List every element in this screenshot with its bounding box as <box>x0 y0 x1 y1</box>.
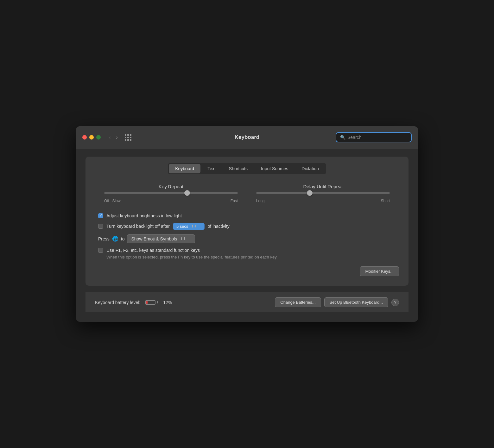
delay-repeat-track[interactable] <box>256 192 390 194</box>
backlight-select-chevron: ⬆⬇ <box>191 224 197 228</box>
delay-repeat-slider-group: Delay Until Repeat Long Short <box>256 184 390 203</box>
fn-keys-block: Use F1, F2, etc. keys as standard functi… <box>98 248 399 260</box>
modifier-keys-button[interactable]: Modifier Keys... <box>360 266 399 276</box>
emoji-select[interactable]: Show Emoji & Symbols ⬆⬇ <box>127 234 195 243</box>
nav-arrows: ‹ › <box>107 133 120 142</box>
tab-dictation[interactable]: Dictation <box>295 164 325 173</box>
globe-icon: 🌐 <box>112 236 118 242</box>
key-repeat-label: Key Repeat <box>159 184 183 189</box>
tab-bar: Keyboard Text Shortcuts Input Sources Di… <box>168 163 326 174</box>
help-button[interactable]: ? <box>391 299 399 306</box>
grid-dot <box>127 137 129 138</box>
key-repeat-label-fast: Fast <box>231 199 238 203</box>
press-row: Press 🌐 to Show Emoji & Symbols ⬆⬇ <box>98 234 399 243</box>
key-repeat-track[interactable] <box>104 192 238 194</box>
fn-keys-description: When this option is selected, press the … <box>106 254 399 260</box>
settings-section: Adjust keyboard brightness in low light … <box>95 213 399 260</box>
key-repeat-label-slow: Slow <box>112 199 231 203</box>
delay-repeat-label: Delay Until Repeat <box>303 184 343 189</box>
fn-keys-row: Use F1, F2, etc. keys as standard functi… <box>98 248 399 253</box>
window-title: Keyboard <box>235 134 259 140</box>
backlight-select[interactable]: 5 secs ⬆⬇ <box>173 223 205 230</box>
forward-button[interactable]: › <box>114 133 120 142</box>
content-area: Keyboard Text Shortcuts Input Sources Di… <box>76 149 418 322</box>
key-repeat-slider-group: Key Repeat Off Slow Fast <box>104 184 238 203</box>
bottom-actions: Change Batteries... Set Up Bluetooth Key… <box>275 297 399 307</box>
battery-label: Keyboard battery level: <box>95 300 140 305</box>
tab-keyboard[interactable]: Keyboard <box>169 164 200 173</box>
bottom-bar: Keyboard battery level: 12% Change Batte… <box>86 292 408 312</box>
backlight-row: Turn keyboard backlight off after 5 secs… <box>98 223 399 230</box>
modifier-btn-container: Modifier Keys... <box>95 266 399 276</box>
delay-repeat-thumb[interactable] <box>307 190 313 196</box>
key-repeat-thumb[interactable] <box>184 190 190 196</box>
brightness-label: Adjust keyboard brightness in low light <box>106 213 182 218</box>
battery-fill <box>146 301 148 304</box>
setup-bluetooth-button[interactable]: Set Up Bluetooth Keyboard... <box>324 297 388 307</box>
grid-dot <box>130 134 131 136</box>
backlight-checkbox[interactable] <box>98 224 103 229</box>
battery-body <box>145 300 155 305</box>
key-repeat-track-container <box>104 192 238 194</box>
tab-shortcuts[interactable]: Shortcuts <box>223 164 254 173</box>
battery-tip <box>157 301 158 303</box>
press-label: Press <box>98 236 110 241</box>
grid-dot <box>125 137 126 138</box>
search-input[interactable] <box>347 135 407 140</box>
grid-dot <box>130 139 131 141</box>
traffic-lights <box>82 135 101 140</box>
emoji-select-value: Show Emoji & Symbols <box>131 236 177 241</box>
close-button[interactable] <box>82 135 87 140</box>
battery-icon <box>145 300 158 305</box>
search-box[interactable]: 🔍 <box>336 132 412 142</box>
delay-repeat-labels: Long Short <box>256 199 390 203</box>
press-to-label: to <box>121 236 125 241</box>
back-button[interactable]: ‹ <box>107 133 113 142</box>
fn-keys-checkbox[interactable] <box>98 248 103 253</box>
sliders-section: Key Repeat Off Slow Fast Delay Until Rep… <box>95 184 399 203</box>
minimize-button[interactable] <box>89 135 94 140</box>
titlebar: ‹ › Keyboard 🔍 <box>76 126 418 149</box>
delay-repeat-label-long: Long <box>256 199 265 203</box>
maximize-button[interactable] <box>96 135 101 140</box>
grid-dot <box>125 134 126 136</box>
emoji-select-chevron: ⬆⬇ <box>180 237 186 241</box>
brightness-checkbox[interactable] <box>98 213 103 218</box>
main-panel: Keyboard Text Shortcuts Input Sources Di… <box>86 157 408 286</box>
main-window: ‹ › Keyboard 🔍 Keyboard Text Shortc <box>76 126 418 322</box>
grid-dot <box>127 134 129 136</box>
delay-repeat-track-container <box>256 192 390 194</box>
backlight-label: Turn keyboard backlight off after <box>106 224 170 229</box>
brightness-row: Adjust keyboard brightness in low light <box>98 213 399 218</box>
tab-input-sources[interactable]: Input Sources <box>255 164 294 173</box>
tab-text[interactable]: Text <box>201 164 222 173</box>
grid-icon[interactable] <box>125 134 131 141</box>
search-icon: 🔍 <box>340 135 345 140</box>
backlight-suffix: of inactivity <box>208 224 230 229</box>
grid-dot <box>130 137 131 138</box>
key-repeat-label-off: Off <box>104 199 109 203</box>
delay-repeat-label-short: Short <box>381 199 390 203</box>
backlight-select-value: 5 secs <box>176 224 188 229</box>
grid-dot <box>127 139 129 141</box>
change-batteries-button[interactable]: Change Batteries... <box>275 297 321 307</box>
grid-dot <box>125 139 126 141</box>
fn-keys-label: Use F1, F2, etc. keys as standard functi… <box>106 248 200 253</box>
battery-percent: 12% <box>163 300 172 305</box>
key-repeat-labels: Off Slow Fast <box>104 199 238 203</box>
